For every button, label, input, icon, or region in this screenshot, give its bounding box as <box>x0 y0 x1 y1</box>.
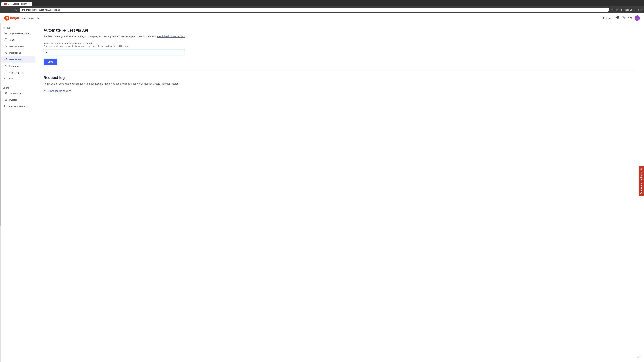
feedback-panel[interactable]: Rate your experience ★ <box>639 166 644 196</box>
payment-icon <box>4 105 8 108</box>
svg-rect-9 <box>4 32 7 33</box>
sidebar-item-label: Preferences <box>9 65 21 67</box>
request-log-desc: Hotjar logs an entry whenever a request … <box>44 82 637 86</box>
sidebar-item-single-sign-on[interactable]: Single sign-on <box>1 69 36 76</box>
svg-point-19 <box>5 65 6 66</box>
svg-rect-23 <box>4 105 7 107</box>
window-maximize[interactable]: □ <box>637 8 638 11</box>
language-label: English <box>603 17 611 19</box>
sidebar-item-label: User lookup <box>9 58 22 61</box>
automate-desc: If at least one of your sites is on Scal… <box>44 34 637 38</box>
content-area: Automate request via API If at least one… <box>37 23 644 362</box>
team-icon <box>4 38 8 41</box>
sidebar-item-preferences[interactable]: Preferences <box>1 63 36 69</box>
organizations-icon <box>4 31 8 35</box>
sidebar-item-user-lookup[interactable]: User lookup <box>1 56 36 62</box>
svg-point-10 <box>5 38 6 39</box>
tab-favicon: H <box>4 2 7 5</box>
window-close[interactable]: × <box>641 8 642 11</box>
recipient-email-input[interactable] <box>44 49 184 56</box>
svg-line-15 <box>5 53 6 53</box>
browser-tab-bar: H User Lookup - Hotjar × + <box>0 0 644 6</box>
sidebar: Account Organizations & sites Team User … <box>0 23 37 362</box>
topbar-right: English ▾ U <box>603 15 640 21</box>
user-lookup-icon <box>4 58 8 61</box>
automate-title: Automate request via API <box>44 28 637 32</box>
sidebar-item-label: User attributes <box>9 45 24 48</box>
feedback-star-icon: ★ <box>640 168 643 171</box>
refresh-button[interactable]: ↻ <box>14 7 18 12</box>
sso-icon <box>4 71 8 74</box>
download-csv-link[interactable]: Download log as CSV <box>44 89 637 93</box>
topbar: hj hotjar Upgrade your plans English ▾ U <box>0 13 644 23</box>
logo-text: hotjar <box>10 16 20 20</box>
sidebar-item-team[interactable]: Team <box>1 36 36 43</box>
browser-right-controls: ☆ ⧉ Incognito (2) <box>610 7 632 12</box>
gift-icon[interactable] <box>616 16 619 20</box>
sidebar-item-label: Invoices <box>9 98 18 101</box>
avatar-initial: U <box>636 17 638 19</box>
integrations-icon <box>4 51 8 54</box>
svg-point-14 <box>6 53 7 54</box>
bookmark-icon[interactable]: ☆ <box>610 7 614 12</box>
logo[interactable]: hj hotjar <box>4 15 20 21</box>
incognito-label[interactable]: Incognito (2) <box>620 8 632 12</box>
email-field-label: RECIPIENT EMAIL FOR REQUEST MADE VIA API… <box>44 42 637 44</box>
svg-point-17 <box>5 58 6 60</box>
svg-line-16 <box>5 52 6 52</box>
sidebar-item-organizations[interactable]: Organizations & sites <box>1 30 36 36</box>
subscriptions-icon <box>4 91 8 95</box>
email-field-hint: Enter the email to which user lookup rep… <box>44 45 637 47</box>
add-user-icon[interactable] <box>622 16 626 20</box>
required-indicator: * <box>92 42 94 44</box>
forward-button[interactable]: → <box>8 8 13 12</box>
sidebar-item-integrations[interactable]: Integrations <box>1 50 36 56</box>
new-tab-button[interactable]: + <box>33 1 37 6</box>
tab-close-button[interactable]: × <box>28 2 29 5</box>
external-link-icon: ↗ <box>183 35 185 38</box>
back-button[interactable]: ← <box>2 8 7 12</box>
rate-experience-tab[interactable]: Rate your experience ★ <box>639 166 644 196</box>
address-url: insights.hotjar.com/settings/user-lookup <box>22 8 606 11</box>
download-icon <box>44 89 46 93</box>
save-button[interactable]: Save <box>44 59 57 65</box>
window-minimize[interactable]: – <box>634 8 635 11</box>
user-attributes-icon <box>4 44 8 48</box>
request-log-title: Request log <box>44 76 637 80</box>
sidebar-item-subscriptions[interactable]: Subscriptions <box>1 90 36 96</box>
svg-point-4 <box>622 16 624 17</box>
copy-link-icon[interactable] <box>637 355 641 359</box>
section-divider <box>44 70 637 70</box>
svg-point-11 <box>5 45 6 46</box>
preferences-icon <box>4 64 8 67</box>
sidebar-item-label: Organizations & sites <box>9 32 30 34</box>
billing-section-label: Billing <box>0 85 37 90</box>
address-bar[interactable]: insights.hotjar.com/settings/user-lookup <box>20 7 609 12</box>
sidebar-item-label: Subscriptions <box>9 92 23 94</box>
sidebar-item-label: Team <box>9 38 14 41</box>
sidebar-divider <box>3 83 34 83</box>
language-selector[interactable]: English ▾ <box>603 17 613 19</box>
api-icon: </> <box>4 77 8 80</box>
svg-text:hj: hj <box>5 16 8 19</box>
svg-rect-20 <box>5 72 7 73</box>
sidebar-item-label: Integrations <box>9 52 21 54</box>
read-docs-link[interactable]: Read the documentation ↗ <box>157 35 185 38</box>
split-view-icon[interactable]: ⧉ <box>616 8 619 12</box>
sidebar-scrollbar[interactable] <box>0 91 1 226</box>
window-controls: – □ × <box>634 8 642 11</box>
sidebar-item-invoices[interactable]: Invoices <box>1 96 36 103</box>
sidebar-item-label: Single sign-on <box>9 71 24 74</box>
browser-chrome: H User Lookup - Hotjar × + ← → ↻ insight… <box>0 0 644 13</box>
main-layout: Account Organizations & sites Team User … <box>0 23 644 362</box>
avatar[interactable]: U <box>634 15 640 21</box>
svg-line-18 <box>6 59 7 60</box>
sidebar-item-api[interactable]: </> API <box>1 76 36 81</box>
help-icon[interactable] <box>628 16 632 20</box>
sidebar-item-payment-details[interactable]: Payment details <box>1 103 36 109</box>
sidebar-item-user-attributes[interactable]: User attributes <box>1 43 36 49</box>
tab-title: User Lookup - Hotjar <box>8 3 27 5</box>
app: hj hotjar Upgrade your plans English ▾ U <box>0 13 644 362</box>
upgrade-link[interactable]: Upgrade your plans <box>22 17 41 19</box>
browser-tab-active[interactable]: H User Lookup - Hotjar × <box>1 1 32 6</box>
